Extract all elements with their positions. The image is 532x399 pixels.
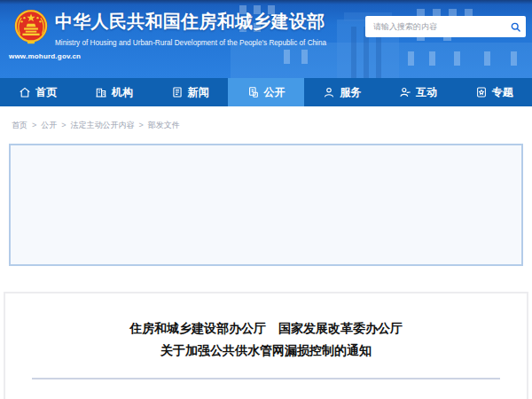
document-title-line2: 关于加强公共供水管网漏损控制的通知 xyxy=(160,343,372,357)
national-emblem xyxy=(13,8,49,47)
search-box xyxy=(365,16,526,37)
document-content-box: 住房和城乡建设部办公厅 国家发展改革委办公厅 关于加强公共供水管网漏损控制的通知 xyxy=(4,292,528,399)
breadcrumb-separator: > xyxy=(32,121,36,129)
nav-item-organization[interactable]: 机构 xyxy=(76,78,153,106)
breadcrumb-item-home[interactable]: 首页 xyxy=(12,120,27,131)
breadcrumb-separator: > xyxy=(61,121,66,129)
metadata-row-index-number: 索 引 号: 000013338/2022-00061 xyxy=(38,162,358,183)
interaction-icon xyxy=(399,86,411,98)
main-nav: 首页 机构 新闻 公开 服务 互动 专题 xyxy=(0,78,532,106)
search-input[interactable] xyxy=(365,22,505,31)
news-icon xyxy=(171,86,184,98)
home-icon xyxy=(19,86,31,98)
breadcrumb-item-ministry-documents[interactable]: 部发文件 xyxy=(148,120,180,131)
document-metadata-box: 索 引 号: 000013338/2022-00061 发文单位: 住房和城乡建… xyxy=(9,144,523,266)
site-url: www.mohurd.gov.cn xyxy=(9,52,81,60)
site-header: www.mohurd.gov.cn 中华人民共和国住房和城乡建设部 Minist… xyxy=(0,0,532,78)
nav-item-service[interactable]: 服务 xyxy=(304,78,380,106)
nav-label: 服务 xyxy=(340,85,361,100)
nav-label: 新闻 xyxy=(188,85,209,100)
search-button[interactable] xyxy=(505,16,526,37)
breadcrumb-item-statutory-content[interactable]: 法定主动公开内容 xyxy=(71,120,135,131)
metadata-row-document-number: 文 号: 建办城〔2022〕2号 xyxy=(38,223,358,244)
nav-label: 首页 xyxy=(35,85,57,100)
document-title: 住房和城乡建设部办公厅 国家发展改革委办公厅 关于加强公共供水管网漏损控制的通知 xyxy=(5,317,527,362)
metadata-row-issuing-unit: 发文单位: 住房和城乡建设部办公厅 国家发展和改革委员会办公厅 xyxy=(38,183,358,203)
nav-item-news[interactable]: 新闻 xyxy=(152,78,228,106)
breadcrumb: 首页 > 公开 > 法定主动公开内容 > 部发文件 xyxy=(0,106,532,144)
metadata-row-issue-date: 发文日期: 2022-01-19 xyxy=(377,183,521,203)
breadcrumb-separator: > xyxy=(139,121,144,129)
nav-label: 公开 xyxy=(264,85,286,100)
header-text: 中华人民共和国住房和城乡建设部 Ministry of Housing and … xyxy=(55,10,326,47)
disclosure-icon xyxy=(247,86,260,98)
nav-label: 机构 xyxy=(112,85,133,100)
title-divider xyxy=(32,378,500,379)
metadata-row-validity: 有 效 期: xyxy=(377,203,521,223)
metadata-row-keywords: 主 题 词: xyxy=(377,223,521,244)
nav-item-home[interactable]: 首页 xyxy=(0,78,76,106)
metadata-left-column: 索 引 号: 000013338/2022-00061 发文单位: 住房和城乡建… xyxy=(11,162,358,244)
breadcrumb-item-disclosure[interactable]: 公开 xyxy=(41,120,57,131)
metadata-row-topic-info: 主题信息: 城市建设 xyxy=(377,162,521,183)
topics-icon xyxy=(475,86,488,98)
nav-label: 互动 xyxy=(416,85,437,100)
metadata-row-document-name: 文件名称: 住房和城乡建设部办公厅 国家发展改革委办公厅关于加强公共供水管网漏损… xyxy=(38,203,358,223)
nav-item-interaction[interactable]: 互动 xyxy=(380,78,457,106)
nav-item-topics[interactable]: 专题 xyxy=(456,78,532,106)
site-subtitle: Ministry of Housing and Urban-Rural Deve… xyxy=(55,39,326,47)
nav-label: 专题 xyxy=(492,85,513,100)
nav-item-disclosure[interactable]: 公开 xyxy=(228,78,304,106)
document-title-line1: 住房和城乡建设部办公厅 国家发展改革委办公厅 xyxy=(129,321,403,335)
organization-icon xyxy=(95,86,107,98)
search-icon xyxy=(510,21,521,33)
service-icon xyxy=(323,86,335,98)
site-title: 中华人民共和国住房和城乡建设部 xyxy=(55,10,326,34)
metadata-right-column: 主题信息: 城市建设 发文日期: 2022-01-19 有 效 期: 主 题 词… xyxy=(358,162,521,244)
